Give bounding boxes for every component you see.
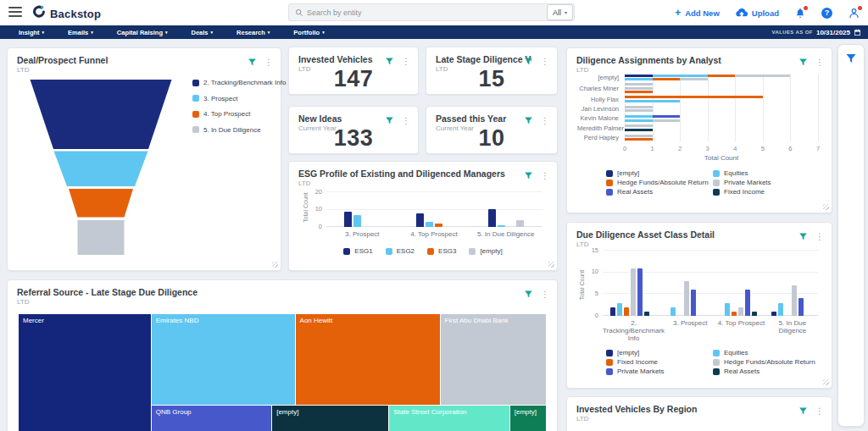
funnel-stage-5-in-due-diligence bbox=[78, 220, 125, 255]
bar-segment-orange bbox=[653, 78, 681, 80]
kebab-menu-icon[interactable]: ⋮ bbox=[541, 290, 549, 299]
legend-swatch bbox=[713, 359, 720, 366]
upload-button[interactable]: Upload bbox=[736, 8, 779, 19]
bar-equities bbox=[725, 303, 730, 316]
kebab-menu-icon[interactable]: ⋮ bbox=[815, 233, 824, 241]
kpi-value: 147 bbox=[289, 66, 418, 92]
analyst-bars bbox=[625, 75, 818, 81]
bar-segment-orange bbox=[625, 96, 763, 98]
bar-segment-lightblue bbox=[625, 78, 653, 80]
legend-item-empty: [empty] bbox=[606, 169, 704, 178]
legend-label: Real Assets bbox=[617, 188, 653, 196]
treemap-cell-mercer[interactable]: Mercer bbox=[19, 314, 152, 431]
treemap-cell-emirates-nbd[interactable]: Emirates NBD bbox=[152, 314, 296, 406]
bar-segment-gray bbox=[653, 119, 681, 122]
user-account-button[interactable] bbox=[849, 8, 860, 19]
kebab-menu-icon[interactable]: ⋮ bbox=[541, 58, 549, 66]
bar-segment-gray bbox=[680, 78, 708, 80]
x-tick-label: 1 bbox=[650, 145, 654, 152]
resize-handle[interactable] bbox=[272, 262, 278, 268]
category-label: 3. Prospect bbox=[326, 230, 398, 238]
nav-item-insight[interactable]: Insight▾ bbox=[7, 29, 56, 36]
treemap-cell-empty[interactable]: [empty] bbox=[272, 406, 389, 431]
legend-item-esg2: ESG2 bbox=[386, 247, 415, 255]
kebab-menu-icon[interactable]: ⋮ bbox=[815, 58, 824, 67]
legend-item-private-markets: Private Markets bbox=[606, 367, 704, 376]
filter-side-panel[interactable] bbox=[837, 44, 865, 427]
resize-handle[interactable] bbox=[823, 204, 829, 210]
legend-swatch bbox=[192, 80, 199, 86]
bar-segment-gray bbox=[735, 75, 790, 77]
analyst-bars bbox=[625, 83, 818, 93]
nav-item-research[interactable]: Research▾ bbox=[225, 29, 281, 36]
main-nav-bar: Insight▾Emails▾Capital Raising▾Deals▾Res… bbox=[0, 25, 868, 39]
nav-item-capital-raising[interactable]: Capital Raising▾ bbox=[105, 29, 180, 36]
bar-segment-gray bbox=[625, 87, 653, 90]
filter-icon[interactable] bbox=[798, 404, 808, 419]
referral-treemap: MercerEmirates NBDAon HewittFirst Abu Dh… bbox=[19, 314, 546, 431]
treemap-cell-label: State Street Corporation bbox=[389, 406, 509, 418]
kebab-menu-icon[interactable]: ⋮ bbox=[541, 117, 549, 125]
filter-icon[interactable] bbox=[845, 52, 857, 426]
bar-equities bbox=[778, 303, 783, 316]
y-tick-label: 20 bbox=[315, 188, 322, 196]
legend-label: 4. Top Prospect bbox=[203, 110, 250, 118]
kebab-menu-icon[interactable]: ⋮ bbox=[541, 172, 549, 180]
values-as-of[interactable]: VALUES AS OF 10/31/2025 bbox=[771, 25, 861, 40]
bar-fixed-income bbox=[732, 312, 737, 316]
nav-item-label: Insight bbox=[19, 29, 40, 36]
y-tick-label: 10 bbox=[315, 205, 322, 213]
hamburger-menu-icon[interactable] bbox=[8, 7, 22, 18]
search-scope-select[interactable]: All ▾ bbox=[547, 4, 573, 20]
question-mark-icon: ? bbox=[821, 8, 832, 19]
filter-icon[interactable] bbox=[524, 169, 533, 184]
kebab-menu-icon[interactable]: ⋮ bbox=[402, 58, 410, 66]
legend-swatch bbox=[713, 189, 720, 196]
bar-empty bbox=[610, 307, 615, 316]
kebab-menu-icon[interactable]: ⋮ bbox=[815, 407, 824, 416]
bar-group-2-tracking-benchmark-info bbox=[610, 268, 649, 316]
legend-label: ESG1 bbox=[354, 247, 372, 255]
bar-esg2 bbox=[426, 222, 433, 227]
treemap-cell-state-street-corporation[interactable]: State Street Corporation bbox=[389, 406, 509, 431]
legend-label: [empty] bbox=[617, 349, 639, 356]
bar-hedge-funds-absolute-return bbox=[738, 307, 743, 316]
resize-handle[interactable] bbox=[548, 262, 554, 268]
app-logo[interactable]: Backstop bbox=[32, 5, 101, 22]
treemap-cell-label: Mercer bbox=[19, 314, 152, 327]
funnel-stage-4-top-prospect bbox=[69, 189, 133, 218]
stacked-bar bbox=[625, 75, 818, 77]
notifications-button[interactable] bbox=[795, 8, 805, 19]
bar-hedge-funds-absolute-return bbox=[792, 285, 797, 316]
help-button[interactable]: ? bbox=[821, 8, 832, 19]
kebab-menu-icon[interactable]: ⋮ bbox=[402, 117, 410, 125]
treemap-cell-aon-hewitt[interactable]: Aon Hewitt bbox=[296, 314, 441, 406]
legend-item-3-prospect: 3. Prospect bbox=[192, 95, 286, 102]
bar-hedge-funds-absolute-return bbox=[631, 268, 636, 316]
category-label: 5. In Due Diligence bbox=[470, 230, 542, 238]
filter-icon[interactable] bbox=[524, 287, 533, 302]
filter-icon[interactable] bbox=[798, 55, 808, 70]
treemap-cell-empty[interactable]: [empty] bbox=[510, 406, 546, 431]
bar-empty bbox=[516, 220, 524, 227]
treemap-cell-qnb-group[interactable]: QNB Group bbox=[152, 406, 272, 431]
legend-label: Hedge Funds/Absolute Return bbox=[724, 358, 815, 366]
x-tick-label: 2 bbox=[678, 145, 682, 152]
resize-handle[interactable] bbox=[823, 379, 829, 385]
treemap-cell-first-abu-dhabi-bank[interactable]: First Abu Dhabi Bank bbox=[441, 314, 546, 406]
search-input[interactable] bbox=[303, 8, 547, 17]
legend-swatch bbox=[192, 95, 199, 102]
nav-item-emails[interactable]: Emails▾ bbox=[56, 29, 105, 36]
nav-item-portfolio[interactable]: Portfolio▾ bbox=[281, 29, 336, 36]
add-new-button[interactable]: + Add New bbox=[675, 8, 720, 18]
calendar-icon bbox=[854, 25, 861, 40]
category-label: 4. Top Prospect bbox=[398, 230, 470, 238]
legend-swatch bbox=[606, 359, 613, 366]
gridline bbox=[818, 74, 819, 141]
filter-icon[interactable] bbox=[798, 229, 808, 245]
y-tick-label: 5 bbox=[595, 290, 598, 297]
analyst-label: Perd Hapley bbox=[577, 134, 625, 141]
plus-icon: + bbox=[675, 8, 681, 18]
treemap-cell-label: Aon Hewitt bbox=[296, 314, 441, 327]
nav-item-deals[interactable]: Deals▾ bbox=[180, 29, 225, 36]
